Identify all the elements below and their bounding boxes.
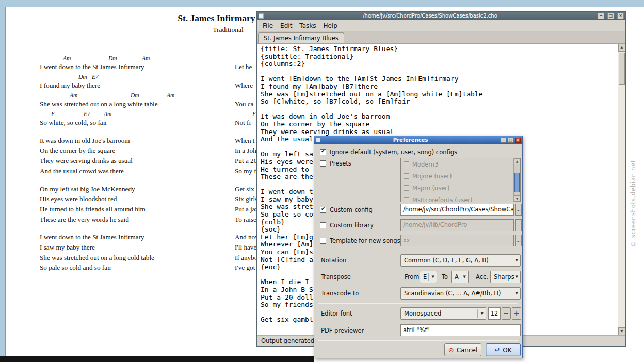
notation-label: Notation xyxy=(321,257,346,264)
presets-scroll-thumb[interactable] xyxy=(514,173,520,192)
template-browse-button[interactable]: ... xyxy=(515,235,522,246)
chord: Dm xyxy=(78,74,87,80)
preset-label: Mspro (user) xyxy=(412,185,449,192)
preset-label: Msttcorefonts (user) xyxy=(412,196,472,203)
editor-line: They were serving drinks as usual xyxy=(261,128,618,136)
watermark: © screenshots.debian.net xyxy=(630,150,639,248)
presets-scrollbar[interactable]: ▲ ▼ xyxy=(513,158,520,202)
lyric-line: She was stretched out on a long white ta… xyxy=(40,99,158,109)
pdf-previewer-label: PDF previewer xyxy=(321,327,364,334)
custom-config-checkbox[interactable] xyxy=(320,207,326,213)
presets-scroll-up-icon[interactable]: ▲ xyxy=(514,158,520,164)
custom-config-label[interactable]: Custom config xyxy=(330,206,373,213)
preset-checkbox xyxy=(404,185,409,191)
lyric-line: I found my baby there xyxy=(40,80,158,91)
presets-checkbox[interactable] xyxy=(320,160,326,167)
editor-font-select[interactable]: Monospaced xyxy=(400,307,486,320)
ignore-default-label[interactable]: Ignore default (system, user, song) conf… xyxy=(330,149,457,156)
lyric-line: On the corner by the square xyxy=(40,145,158,156)
editor-font-label: Editor font xyxy=(321,310,352,317)
chord: Dm xyxy=(131,92,139,98)
transpose-to-select[interactable]: A xyxy=(451,271,469,283)
preferences-body: Ignore default (system, user, song) conf… xyxy=(314,144,522,359)
font-size-value[interactable]: 12 xyxy=(488,307,501,320)
verse-block: It was down in old Joe's barroomOn the c… xyxy=(40,136,158,176)
chord-line: FE7Am xyxy=(40,109,158,118)
lyric-line: He turned to his friends all around him xyxy=(40,204,158,215)
cancel-label: Cancel xyxy=(457,347,478,354)
maximize-icon[interactable]: □ xyxy=(607,13,614,19)
editor-line: {columns:2} xyxy=(261,60,618,68)
ignore-default-checkbox[interactable] xyxy=(320,149,326,155)
template-input[interactable]: xx xyxy=(400,235,514,246)
editor-line: {subtitle: Traditional} xyxy=(261,53,618,61)
preset-item[interactable]: Modern3 xyxy=(401,158,520,170)
presets-label[interactable]: Presets xyxy=(330,160,351,167)
menu-file[interactable]: File xyxy=(259,21,277,30)
accidentals-select[interactable]: Sharps xyxy=(490,271,521,283)
chord: F xyxy=(51,111,55,117)
preset-checkbox xyxy=(404,173,409,179)
editor-line xyxy=(261,106,618,113)
editor-line: It was down in old Joe's barroom xyxy=(261,113,618,121)
custom-config-input[interactable]: /home/jv/src/ChordPro/Cases/ShowCas xyxy=(400,204,514,216)
editor-line: On the corner by the square xyxy=(261,121,618,128)
lyric-line: These are the very words he said xyxy=(40,215,158,225)
dialog-minimize-icon[interactable]: − xyxy=(501,138,506,143)
template-label[interactable]: Template for new songs xyxy=(330,237,400,244)
presets-items: Modern3Mojore (user)Mspro (user)Msttcore… xyxy=(401,158,520,202)
bottom-strip xyxy=(0,356,314,362)
template-checkbox[interactable] xyxy=(320,238,326,244)
custom-config-browse-button[interactable]: ... xyxy=(515,204,522,216)
editor-titlebar[interactable]: /home/jv/src/ChordPro/Cases/ShowCases/ba… xyxy=(257,12,625,20)
font-size-increase-button[interactable]: + xyxy=(512,307,521,320)
menu-bar: FileEditTasksHelp xyxy=(257,20,625,31)
preset-item[interactable]: Mojore (user) xyxy=(401,170,520,182)
chord: E7 xyxy=(84,111,90,117)
editor-line: She was [Em]stretched out on a [Am]long … xyxy=(261,91,618,98)
dialog-maximize-icon[interactable]: □ xyxy=(508,138,513,143)
preset-label: Modern3 xyxy=(412,161,438,168)
chord: F xyxy=(252,111,256,117)
tab-song[interactable]: St. James Infirmary Blues xyxy=(258,32,344,43)
pdf-previewer-input[interactable]: atril "%f" xyxy=(400,324,521,336)
window-icon xyxy=(259,13,264,19)
scroll-down-icon[interactable]: ▼ xyxy=(618,327,625,335)
lyric-line: On my left sat big Joe McKennedy xyxy=(40,184,158,194)
lyric-line: They were serving drinks as usual xyxy=(40,156,158,166)
custom-library-input[interactable]: /home/jv/lib/ChordPro xyxy=(400,219,514,231)
custom-library-checkbox[interactable] xyxy=(320,222,326,228)
accidentals-label: Acc. xyxy=(476,273,488,281)
scroll-up-icon[interactable]: ▲ xyxy=(618,44,625,52)
chord: Am xyxy=(142,55,150,61)
minimize-icon[interactable]: − xyxy=(598,13,604,19)
preset-checkbox xyxy=(404,197,409,202)
menu-edit[interactable]: Edit xyxy=(277,21,296,30)
menu-help[interactable]: Help xyxy=(320,21,341,30)
editor-scrollbar[interactable]: ▲ ▼ xyxy=(618,44,625,335)
preferences-titlebar[interactable]: Preferences − □ × xyxy=(314,136,522,144)
lyric-line: So pale so cold and so fair xyxy=(40,262,158,273)
ok-button[interactable]: ↵ OK xyxy=(486,343,521,356)
chord-line: DmE7 xyxy=(40,72,158,80)
font-size-decrease-button[interactable]: − xyxy=(502,307,511,320)
presets-scroll-down-icon[interactable]: ▼ xyxy=(514,195,520,202)
preset-item[interactable]: Msttcorefonts (user) xyxy=(401,194,520,202)
lyric-line: I saw my baby there xyxy=(40,242,158,253)
custom-library-browse-button[interactable]: ... xyxy=(515,219,522,231)
dialog-close-icon[interactable]: × xyxy=(515,138,521,143)
transcode-select[interactable]: Scandinavian (C, ... A, A#/Bb, H) xyxy=(400,287,521,300)
chord: Am xyxy=(104,111,111,117)
transpose-from-select[interactable]: E xyxy=(420,271,437,283)
dialog-icon xyxy=(316,138,320,142)
preferences-dialog: Preferences − □ × Ignore default (system… xyxy=(314,136,523,358)
cancel-button[interactable]: ⊘ Cancel xyxy=(444,343,481,356)
scrollbar-thumb[interactable] xyxy=(619,53,625,85)
separator xyxy=(318,251,518,251)
preset-item[interactable]: Mspro (user) xyxy=(401,182,520,194)
close-icon[interactable]: × xyxy=(617,13,624,19)
custom-library-label[interactable]: Custom library xyxy=(330,222,374,229)
preset-label: Mojore (user) xyxy=(412,173,452,180)
menu-tasks[interactable]: Tasks xyxy=(296,21,319,30)
notation-select[interactable]: Common (C, D, E, F, G, A, B) xyxy=(400,254,521,267)
